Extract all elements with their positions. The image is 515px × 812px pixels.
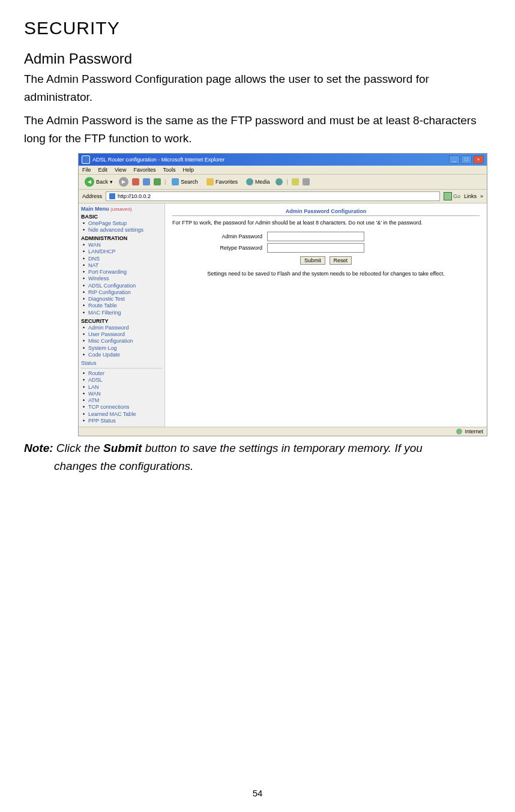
search-button[interactable]: Search [169, 178, 200, 186]
sidebar-item[interactable]: System Log [81, 345, 162, 352]
note-line-1: Note: Click the Submit button to save th… [24, 439, 491, 457]
menu-favorites[interactable]: Favorites [133, 167, 155, 173]
toolbar: ◄ Back ▾ ► | Search Favorites Media | [79, 175, 487, 190]
sidebar-item[interactable]: Misc Configuration [81, 338, 162, 344]
sidebar-item[interactable]: LAN/DHCP [81, 248, 162, 255]
sidebar-security: SECURITY [81, 318, 162, 324]
sidebar-item[interactable]: User Password [81, 331, 162, 338]
retype-password-label: Retype Password [172, 245, 267, 251]
sidebar-status[interactable]: Status [81, 360, 162, 366]
sidebar-title: Main Menu (unsaved) [81, 206, 162, 212]
note-line-2: changes the configurations. [24, 457, 491, 475]
note-label: Note: [24, 442, 53, 454]
submit-button[interactable]: Submit [300, 256, 325, 265]
sidebar-item[interactable]: WAN [81, 242, 162, 248]
main-panel: Admin Password Configuration For FTP to … [165, 203, 487, 427]
sidebar-item[interactable]: MAC Filtering [81, 310, 162, 316]
address-input[interactable]: http://10.0.0.2 [106, 191, 440, 201]
window-titlebar: ADSL Router configuration - Microsoft In… [79, 154, 487, 166]
star-icon [206, 178, 214, 185]
admin-password-input[interactable] [267, 232, 364, 241]
sidebar-item[interactable]: Learned MAC Table [81, 411, 162, 418]
sidebar-item[interactable]: PPP Status [81, 418, 162, 424]
sidebar-item[interactable]: LAN [81, 384, 162, 391]
status-text: Internet [465, 429, 483, 435]
page-icon [109, 193, 116, 200]
sidebar-item[interactable]: ADSL [81, 377, 162, 383]
sidebar-item[interactable]: ATM [81, 397, 162, 404]
sidebar-item[interactable]: TCP connections [81, 404, 162, 411]
sidebar-item[interactable]: RIP Configuration [81, 289, 162, 296]
sidebar-admin: ADMINISTRATION [81, 235, 162, 241]
print-icon[interactable] [303, 178, 310, 185]
menu-view[interactable]: View [115, 167, 126, 173]
go-button[interactable]: Go [444, 192, 460, 200]
home-icon[interactable] [154, 178, 161, 185]
sidebar-item[interactable]: hide advanced settings [81, 227, 162, 233]
sidebar-item[interactable]: Wireless [81, 275, 162, 282]
sidebar-item[interactable]: Diagnostic Test [81, 296, 162, 302]
sidebar-item[interactable]: DNS [81, 256, 162, 262]
menubar: File Edit View Favorites Tools Help [79, 166, 487, 175]
sidebar-item[interactable]: WAN [81, 391, 162, 397]
panel-title: Admin Password Configuration [172, 208, 480, 216]
sidebar-item[interactable]: ADSL Configuration [81, 283, 162, 289]
maximize-button[interactable]: □ [461, 155, 472, 164]
media-button[interactable]: Media [244, 178, 273, 186]
menu-file[interactable]: File [82, 167, 91, 173]
sidebar-item[interactable]: Code Update [81, 352, 162, 358]
address-label: Address [82, 193, 102, 199]
reset-button[interactable]: Reset [330, 256, 352, 265]
media-icon [246, 178, 253, 185]
refresh-icon[interactable] [143, 178, 150, 185]
sidebar-item[interactable]: Admin Password [81, 325, 162, 331]
page-number: 54 [24, 788, 491, 798]
sidebar-item[interactable]: Router [81, 370, 162, 377]
forward-button[interactable]: ► [119, 177, 128, 187]
go-icon [444, 192, 452, 200]
addressbar: Address http://10.0.0.2 Go Links » [79, 190, 487, 203]
close-button[interactable]: × [473, 155, 484, 164]
internet-icon [456, 429, 462, 435]
retype-password-input[interactable] [267, 243, 364, 253]
unsaved-badge: (unsaved) [110, 206, 132, 212]
sidebar-item[interactable]: OnePage Setup [81, 220, 162, 227]
favorites-button[interactable]: Favorites [204, 178, 240, 186]
ie-icon [82, 155, 90, 164]
ftp-note: For FTP to work, the password for Admin … [172, 220, 480, 226]
sidebar-item[interactable]: Port Forwarding [81, 269, 162, 275]
subsection-heading: Admin Password [24, 50, 491, 67]
page-heading: SECURITY [24, 18, 491, 38]
menu-edit[interactable]: Edit [98, 167, 108, 173]
save-note: Settings need to be saved to Flash and t… [172, 271, 480, 277]
menu-tools[interactable]: Tools [163, 167, 175, 173]
note-submit-word: Submit [103, 442, 142, 454]
sidebar-item[interactable]: NAT [81, 262, 162, 269]
statusbar: Internet [79, 427, 487, 436]
sidebar-item[interactable]: Route Table [81, 302, 162, 309]
minimize-button[interactable]: _ [449, 155, 460, 164]
window-title: ADSL Router configuration - Microsoft In… [92, 157, 224, 163]
paragraph-1: The Admin Password Configuration page al… [24, 70, 491, 107]
paragraph-2: The Admin Password is the same as the FT… [24, 112, 491, 148]
history-icon[interactable] [276, 178, 283, 185]
menu-help[interactable]: Help [182, 167, 194, 173]
sidebar-basic: BASIC [81, 214, 162, 220]
router-screenshot: ADSL Router configuration - Microsoft In… [78, 153, 487, 437]
search-icon [172, 178, 179, 185]
admin-password-label: Admin Password [172, 233, 267, 239]
back-icon: ◄ [85, 177, 94, 187]
sidebar: Main Menu (unsaved) BASIC OnePage Setup … [79, 203, 165, 427]
back-button[interactable]: ◄ Back ▾ [82, 176, 115, 187]
stop-icon[interactable] [132, 178, 139, 185]
links-label[interactable]: Links [464, 193, 477, 199]
mail-icon[interactable] [292, 178, 299, 185]
